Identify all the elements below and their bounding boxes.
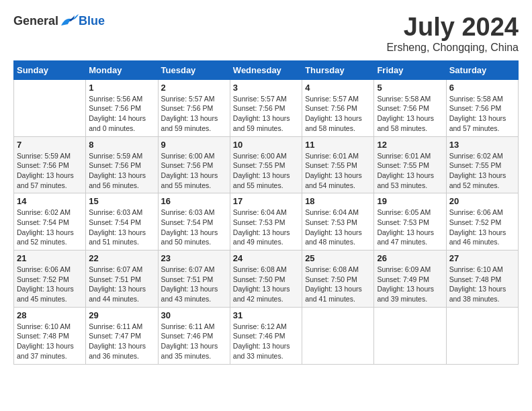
day-info: Sunrise: 6:03 AM Sunset: 7:54 PM Dayligh…: [89, 208, 154, 247]
day-info: Sunrise: 5:56 AM Sunset: 7:56 PM Dayligh…: [89, 94, 154, 134]
day-info: Sunrise: 6:05 AM Sunset: 7:53 PM Dayligh…: [377, 208, 443, 247]
day-number: 12: [377, 140, 443, 150]
day-info: Sunrise: 6:07 AM Sunset: 7:51 PM Dayligh…: [89, 265, 154, 304]
calendar-cell: 25Sunrise: 6:08 AM Sunset: 7:50 PM Dayli…: [302, 250, 374, 308]
calendar-cell: 10Sunrise: 6:00 AM Sunset: 7:55 PM Dayli…: [230, 136, 302, 193]
day-info: Sunrise: 6:00 AM Sunset: 7:56 PM Dayligh…: [161, 151, 227, 191]
calendar-cell: [302, 307, 374, 364]
day-number: 16: [161, 196, 227, 206]
day-info: Sunrise: 6:04 AM Sunset: 7:53 PM Dayligh…: [305, 208, 371, 247]
day-number: 13: [449, 140, 515, 150]
calendar-header-row: SundayMondayTuesdayWednesdayThursdayFrid…: [14, 60, 519, 79]
day-number: 17: [233, 196, 299, 206]
calendar-cell: 18Sunrise: 6:04 AM Sunset: 7:53 PM Dayli…: [302, 193, 374, 250]
calendar-week-row: 1Sunrise: 5:56 AM Sunset: 7:56 PM Daylig…: [14, 79, 519, 136]
day-number: 31: [233, 310, 299, 320]
logo: General Blue: [13, 13, 105, 28]
calendar-cell: 16Sunrise: 6:03 AM Sunset: 7:54 PM Dayli…: [158, 193, 230, 250]
header-cell-wednesday: Wednesday: [230, 60, 302, 79]
header-cell-sunday: Sunday: [14, 60, 86, 79]
calendar-cell: 14Sunrise: 6:02 AM Sunset: 7:54 PM Dayli…: [14, 193, 86, 250]
day-info: Sunrise: 6:08 AM Sunset: 7:50 PM Dayligh…: [305, 265, 371, 304]
calendar-cell: 15Sunrise: 6:03 AM Sunset: 7:54 PM Dayli…: [86, 193, 158, 250]
calendar-cell: 5Sunrise: 5:58 AM Sunset: 7:56 PM Daylig…: [374, 79, 446, 136]
day-info: Sunrise: 6:07 AM Sunset: 7:51 PM Dayligh…: [161, 265, 227, 304]
calendar-table: SundayMondayTuesdayWednesdayThursdayFrid…: [13, 60, 519, 365]
day-info: Sunrise: 6:11 AM Sunset: 7:46 PM Dayligh…: [161, 322, 227, 361]
day-number: 21: [17, 253, 83, 263]
header-cell-friday: Friday: [374, 60, 446, 79]
title-area: July 2024 Ersheng, Chongqing, China: [386, 13, 519, 54]
calendar-cell: 21Sunrise: 6:06 AM Sunset: 7:52 PM Dayli…: [14, 250, 86, 308]
calendar-cell: 12Sunrise: 6:01 AM Sunset: 7:55 PM Dayli…: [374, 136, 446, 193]
day-info: Sunrise: 6:04 AM Sunset: 7:53 PM Dayligh…: [233, 208, 299, 247]
day-number: 14: [17, 196, 83, 206]
day-info: Sunrise: 6:11 AM Sunset: 7:47 PM Dayligh…: [89, 322, 154, 361]
day-number: 8: [89, 140, 154, 150]
day-number: 18: [305, 196, 371, 206]
day-number: 25: [305, 253, 371, 263]
day-number: 1: [89, 83, 154, 93]
calendar-cell: 2Sunrise: 5:57 AM Sunset: 7:56 PM Daylig…: [158, 79, 230, 136]
day-number: 30: [161, 310, 227, 320]
day-info: Sunrise: 6:06 AM Sunset: 7:52 PM Dayligh…: [17, 265, 83, 304]
calendar-cell: 11Sunrise: 6:01 AM Sunset: 7:55 PM Dayli…: [302, 136, 374, 193]
calendar-cell: 19Sunrise: 6:05 AM Sunset: 7:53 PM Dayli…: [374, 193, 446, 250]
day-info: Sunrise: 6:03 AM Sunset: 7:54 PM Dayligh…: [161, 208, 227, 247]
day-info: Sunrise: 6:08 AM Sunset: 7:50 PM Dayligh…: [233, 265, 299, 304]
calendar-cell: 24Sunrise: 6:08 AM Sunset: 7:50 PM Dayli…: [230, 250, 302, 308]
calendar-cell: [446, 307, 518, 364]
calendar-cell: 8Sunrise: 5:59 AM Sunset: 7:56 PM Daylig…: [86, 136, 158, 193]
day-info: Sunrise: 6:09 AM Sunset: 7:49 PM Dayligh…: [377, 265, 443, 304]
calendar-week-row: 21Sunrise: 6:06 AM Sunset: 7:52 PM Dayli…: [14, 250, 519, 308]
day-number: 11: [305, 140, 371, 150]
calendar-cell: 30Sunrise: 6:11 AM Sunset: 7:46 PM Dayli…: [158, 307, 230, 364]
calendar-body: 1Sunrise: 5:56 AM Sunset: 7:56 PM Daylig…: [14, 79, 519, 364]
calendar-week-row: 14Sunrise: 6:02 AM Sunset: 7:54 PM Dayli…: [14, 193, 519, 250]
day-info: Sunrise: 6:01 AM Sunset: 7:55 PM Dayligh…: [377, 151, 443, 191]
logo-text-general: General: [13, 14, 58, 28]
day-number: 19: [377, 196, 443, 206]
calendar-cell: 20Sunrise: 6:06 AM Sunset: 7:52 PM Dayli…: [446, 193, 518, 250]
header-cell-thursday: Thursday: [302, 60, 374, 79]
header-cell-saturday: Saturday: [446, 60, 518, 79]
day-number: 24: [233, 253, 299, 263]
day-number: 3: [233, 83, 299, 93]
calendar-cell: 28Sunrise: 6:10 AM Sunset: 7:48 PM Dayli…: [14, 307, 86, 364]
day-number: 15: [89, 196, 154, 206]
day-number: 2: [161, 83, 227, 93]
day-number: 4: [305, 83, 371, 93]
calendar-cell: 6Sunrise: 5:58 AM Sunset: 7:56 PM Daylig…: [446, 79, 518, 136]
day-number: 27: [449, 253, 515, 263]
calendar-cell: [14, 79, 86, 136]
day-info: Sunrise: 6:00 AM Sunset: 7:55 PM Dayligh…: [233, 151, 299, 191]
header-cell-tuesday: Tuesday: [158, 60, 230, 79]
calendar-cell: 22Sunrise: 6:07 AM Sunset: 7:51 PM Dayli…: [86, 250, 158, 308]
calendar-cell: 4Sunrise: 5:57 AM Sunset: 7:56 PM Daylig…: [302, 79, 374, 136]
calendar-cell: 9Sunrise: 6:00 AM Sunset: 7:56 PM Daylig…: [158, 136, 230, 193]
day-info: Sunrise: 6:02 AM Sunset: 7:54 PM Dayligh…: [17, 208, 83, 247]
day-info: Sunrise: 5:57 AM Sunset: 7:56 PM Dayligh…: [233, 94, 299, 134]
day-number: 20: [449, 196, 515, 206]
day-number: 10: [233, 140, 299, 150]
day-info: Sunrise: 5:59 AM Sunset: 7:56 PM Dayligh…: [17, 151, 83, 191]
day-info: Sunrise: 6:02 AM Sunset: 7:55 PM Dayligh…: [449, 151, 515, 191]
day-info: Sunrise: 6:06 AM Sunset: 7:52 PM Dayligh…: [449, 208, 515, 247]
calendar-cell: 31Sunrise: 6:12 AM Sunset: 7:46 PM Dayli…: [230, 307, 302, 364]
day-number: 6: [449, 83, 515, 93]
calendar-cell: 17Sunrise: 6:04 AM Sunset: 7:53 PM Dayli…: [230, 193, 302, 250]
logo-text-blue: Blue: [79, 14, 105, 28]
day-number: 23: [161, 253, 227, 263]
calendar-cell: 23Sunrise: 6:07 AM Sunset: 7:51 PM Dayli…: [158, 250, 230, 308]
subtitle: Ersheng, Chongqing, China: [386, 42, 519, 54]
calendar-cell: 3Sunrise: 5:57 AM Sunset: 7:56 PM Daylig…: [230, 79, 302, 136]
day-info: Sunrise: 5:58 AM Sunset: 7:56 PM Dayligh…: [377, 94, 443, 134]
calendar-cell: 27Sunrise: 6:10 AM Sunset: 7:48 PM Dayli…: [446, 250, 518, 308]
day-number: 7: [17, 140, 83, 150]
day-info: Sunrise: 5:59 AM Sunset: 7:56 PM Dayligh…: [89, 151, 154, 191]
day-info: Sunrise: 6:01 AM Sunset: 7:55 PM Dayligh…: [305, 151, 371, 191]
main-title: July 2024: [386, 13, 519, 42]
day-number: 26: [377, 253, 443, 263]
day-number: 29: [89, 310, 154, 320]
day-number: 9: [161, 140, 227, 150]
